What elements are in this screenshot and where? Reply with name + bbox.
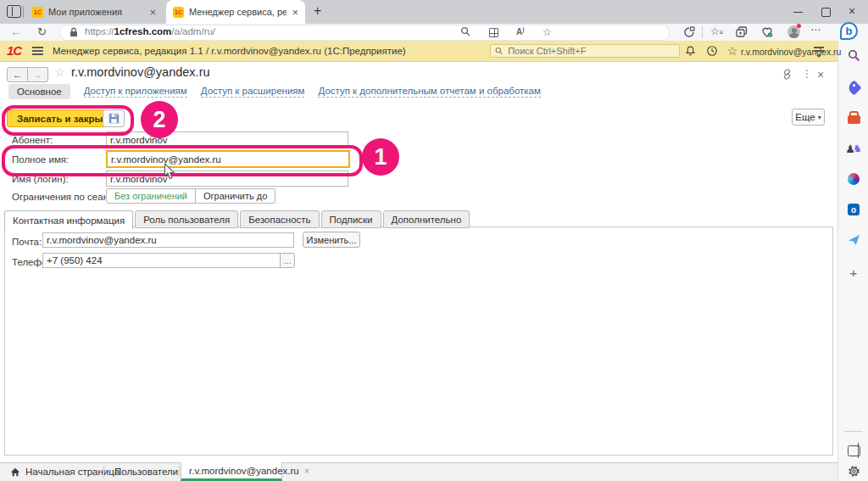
nav-link-app-access[interactable]: Доступ к приложениям — [84, 86, 187, 98]
app-title: Менеджер сервиса, редакция 1.1 / r.v.mor… — [53, 46, 406, 56]
form-nav-row: Основное Доступ к приложениям Доступ к р… — [8, 84, 541, 99]
browser-settings-icon[interactable]: ⋯ — [810, 24, 821, 36]
window-maximize-button[interactable] — [821, 8, 831, 17]
window-close-button[interactable]: × — [849, 4, 855, 18]
form-back-icon[interactable]: ← — [7, 67, 28, 82]
annotation-badge-2: 2 — [141, 101, 178, 138]
screen: 1С Мои приложения × 1С Менеджер сервиса,… — [0, 0, 868, 481]
1c-favicon: 1С — [173, 7, 184, 18]
split-screen-icon[interactable] — [489, 28, 498, 37]
tab-subscriptions[interactable]: Подписки — [321, 210, 381, 228]
bing-chat-icon[interactable]: b — [840, 22, 858, 40]
profile-notification-dot — [797, 24, 801, 28]
sidebar-divider — [844, 431, 863, 432]
window-minimize-button[interactable] — [793, 12, 803, 13]
app-search-input[interactable] — [506, 45, 675, 57]
mouse-cursor — [164, 163, 175, 180]
session-no-limit-button[interactable]: Без ограничений — [106, 188, 196, 204]
close-tab-icon[interactable]: × — [292, 7, 298, 18]
sidebar-microsoft365-icon[interactable] — [846, 171, 861, 187]
app-search-box[interactable] — [490, 44, 680, 58]
close-tab-icon[interactable]: × — [149, 7, 156, 18]
search-icon — [495, 47, 503, 55]
session-limit-to-button[interactable]: Ограничить до — [196, 188, 275, 204]
sidebar-panel-toggle-icon[interactable] — [846, 443, 861, 458]
sidebar-games-icon[interactable]: ♟♞ — [846, 141, 861, 156]
tab-user-role[interactable]: Роль пользователя — [135, 210, 238, 228]
search-this-page-icon[interactable] — [460, 26, 470, 36]
form-close-icon[interactable]: × — [817, 68, 824, 81]
form-more-icon[interactable]: ⋮ — [802, 68, 812, 80]
session-limit-toggle: Без ограничений Ограничить до — [106, 188, 275, 204]
nav-link-extension-access[interactable]: Доступ к расширениям — [201, 86, 305, 98]
history-clock-icon[interactable] — [705, 44, 719, 58]
main-menu-hamburger-icon[interactable] — [32, 47, 43, 57]
1c-favicon: 1С — [32, 7, 43, 18]
email-input[interactable] — [42, 232, 294, 248]
browser-tab-label: Менеджер сервиса, редакция 1 — [189, 7, 287, 17]
sidebar-outlook-icon[interactable]: o — [846, 202, 861, 217]
email-label: Почта: — [12, 237, 42, 247]
browser-tab-service-manager[interactable]: 1С Менеджер сервиса, редакция 1 × — [166, 0, 305, 24]
get-link-icon[interactable] — [782, 69, 793, 80]
sidebar-drop-icon[interactable] — [846, 232, 861, 248]
url-text: https://1cfresh.com/a/adm/ru/ — [85, 26, 215, 36]
field-label-subscriber: Абонент: — [12, 135, 53, 145]
browser-refresh-icon[interactable]: ↻ — [37, 25, 47, 38]
browser-tab-label: Мои приложения — [48, 7, 144, 17]
favorite-star-icon[interactable]: ☆ — [542, 26, 552, 38]
favorites-star-icon[interactable]: ☆ — [726, 44, 739, 58]
nav-link-reports-access[interactable]: Доступ к дополнительным отчетам и обрабо… — [318, 86, 540, 98]
header-username[interactable]: r.v.mordvinov@yandex.ru — [741, 47, 841, 57]
nav-main-chip[interactable]: Основное — [8, 84, 70, 99]
sidebar-add-icon[interactable]: + — [846, 265, 861, 280]
browser-tab-my-apps[interactable]: 1С Мои приложения × — [25, 0, 163, 24]
tab-bar-divider — [23, 6, 24, 18]
annotation-box-step1 — [2, 145, 363, 176]
more-actions-button[interactable]: Еще▾ — [792, 109, 825, 126]
phone-input[interactable] — [42, 253, 281, 268]
collections-icon[interactable] — [736, 26, 748, 37]
tab-security[interactable]: Безопасность — [240, 210, 319, 228]
sidebar-shopping-icon[interactable] — [846, 80, 861, 95]
app-tab-user-card[interactable]: r.v.mordvinov@yandex.ru× — [181, 462, 282, 481]
annotation-badge-1: 1 — [362, 138, 399, 176]
tab-actions-menu-icon[interactable] — [7, 5, 21, 18]
sidebar-settings-gear-icon[interactable] — [846, 463, 861, 478]
detail-tabs: Контактная информация Роль пользователя … — [4, 210, 470, 229]
tab-additional[interactable]: Дополнительно — [383, 210, 470, 228]
phone-ellipsis-button[interactable]: ... — [280, 253, 295, 268]
close-icon[interactable]: × — [304, 466, 309, 476]
favorites-bar-icon[interactable]: ☆≡ — [710, 25, 722, 37]
change-email-button[interactable]: Изменить... — [303, 232, 360, 248]
read-aloud-icon[interactable]: A) — [516, 26, 525, 36]
browser-essentials-icon[interactable] — [761, 26, 773, 37]
annotation-box-step2 — [2, 105, 134, 136]
edge-sidebar — [837, 41, 868, 481]
sidebar-search-icon[interactable] — [846, 48, 861, 63]
page-favorite-star-icon[interactable]: ☆ — [54, 65, 65, 79]
new-tab-button[interactable]: + — [314, 3, 321, 19]
browser-back-icon[interactable]: ← — [10, 25, 21, 38]
extensions-icon[interactable] — [683, 26, 695, 38]
sidebar-tools-icon[interactable] — [846, 110, 861, 126]
service-menu-icon[interactable] — [814, 47, 826, 59]
notifications-bell-icon[interactable] — [683, 44, 697, 58]
form-forward-icon[interactable]: → — [28, 67, 48, 82]
chevron-down-icon: ▾ — [818, 114, 821, 121]
form-history-nav[interactable]: ← → — [7, 67, 48, 82]
home-icon — [10, 467, 20, 477]
lock-icon — [70, 27, 78, 37]
1c-logo[interactable]: 1С — [7, 43, 21, 58]
tab-contact-info[interactable]: Контактная информация — [4, 210, 133, 229]
page-title: r.v.mordvinov@yandex.ru — [71, 65, 210, 79]
